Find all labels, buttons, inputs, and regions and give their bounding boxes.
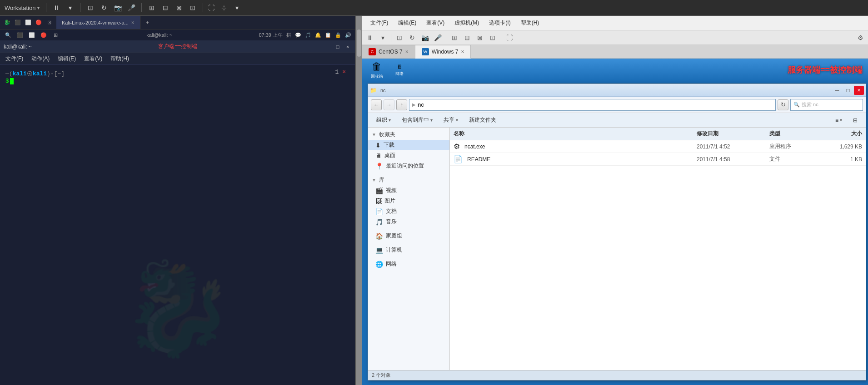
kali-icon-4[interactable]: 🔴 [34,18,43,27]
refresh-btn[interactable]: ↻ [778,99,788,110]
terminal-cursor [10,78,14,84]
menu-help[interactable]: 帮助(H) [107,54,133,64]
toolbar-dropdown-btn[interactable]: ▾ [64,1,76,14]
search-box[interactable]: 🔍 搜索 nc [790,99,863,111]
nav-favorites-header[interactable]: ▼ 收藏夹 [368,129,449,140]
nav-item-network[interactable]: 🌐 网络 [368,259,449,269]
kali-icon-5[interactable]: ⊡ [45,18,54,27]
col-name[interactable]: 名称 [450,130,693,138]
nav-item-recent[interactable]: 📍 最近访问的位置 [368,161,449,171]
table-row[interactable]: ⚙ ncat.exe 2011/7/1 4:52 应用程序 1,629 KB [450,140,866,153]
preview-pane-btn[interactable]: ⊟ [848,116,862,125]
view-toggle-btn[interactable]: ≡ ▾ [831,116,847,125]
fullscreen-button[interactable]: ⛶ [205,1,218,14]
vmware-view-normal[interactable]: ⊞ [449,32,460,44]
nav-item-music[interactable]: 🎵 音乐 [368,217,449,227]
vmware-fit-btn[interactable]: ⊡ [394,32,405,44]
menu-action[interactable]: 动作(A) [28,54,53,64]
close-button[interactable]: × [344,43,351,50]
nav-back-btn[interactable]: ← [371,99,382,110]
unity-dropdown-button[interactable]: ▾ [230,1,243,14]
kali-icon-1[interactable]: 🐉 [3,18,12,27]
vmware-menu-edit[interactable]: 编辑(E) [394,17,421,29]
kali-tab-close[interactable]: × [131,20,135,26]
workstation-menu[interactable]: Workstation ▾ [0,5,44,11]
explorer-close[interactable]: × [854,86,864,95]
table-row[interactable]: 📄 README 2011/7/1 4:58 文件 1 KB [450,153,866,166]
vmware-menu-vm[interactable]: 虚拟机(M) [450,17,484,29]
tab-centos7[interactable]: C CentOS 7 × [362,45,415,58]
vmware-cycle-btn[interactable]: ↻ [406,32,418,44]
vmware-screenshot-btn[interactable]: 📷 [419,32,431,44]
vmware-menu-file[interactable]: 文件(F) [366,17,393,29]
nav-up-btn[interactable]: ↑ [396,99,407,110]
vmware-view-tab[interactable]: ⊟ [461,32,473,44]
organize-btn[interactable]: 组织 ▾ [372,115,395,125]
nav-item-download[interactable]: ⬇ 下载 [368,140,449,150]
vmware-fullscreen[interactable]: ⛶ [504,32,515,44]
vmware-view-full[interactable]: ⊠ [474,32,486,44]
explorer-minimize[interactable]: ─ [832,86,842,95]
view-normal-button[interactable]: ⊞ [145,1,158,14]
share-btn[interactable]: 共享 ▾ [439,115,463,125]
kali-icon-3[interactable]: ⬜ [24,18,33,27]
status-icon-5[interactable]: ⊞ [51,30,60,39]
minimize-button[interactable]: − [324,43,331,50]
scrollbar-thumb[interactable] [357,30,361,57]
win7-trash-icon[interactable]: 🗑 回收站 [368,61,386,79]
kali-icon-2[interactable]: ⬛ [13,18,22,27]
cycle-button[interactable]: ↻ [98,1,110,14]
explorer-title: nc [379,88,386,93]
vmware-menu-tabs[interactable]: 选项卡(I) [484,17,515,29]
tab-close-btn[interactable]: × [342,69,346,75]
vmware-view-split[interactable]: ⊡ [487,32,499,44]
win7-tab-close[interactable]: × [461,49,464,55]
nav-item-desktop[interactable]: 🖥 桌面 [368,150,449,161]
screenshot-button[interactable]: 📷 [111,1,124,14]
status-icon-4[interactable]: 🔴 [39,30,48,39]
kali-terminal-titlebar: kali@kali: ~ 客户端==控制端 − □ × [0,40,355,53]
view-full-button[interactable]: ⊠ [173,1,185,14]
nav-forward-btn[interactable]: → [384,99,394,110]
nav-item-video[interactable]: 🎬 视频 [368,185,449,196]
vmware-menu-help[interactable]: 帮助(H) [516,17,544,29]
col-date[interactable]: 修改日期 [693,130,766,138]
status-icon-3[interactable]: ⬜ [27,30,36,39]
vmware-toolbar-dropdown[interactable]: ▾ [377,32,389,44]
win7-network-icon[interactable]: 🖥 网络 [390,61,409,79]
menu-file[interactable]: 文件(F) [2,54,27,64]
kali-add-tab[interactable]: ＋ [143,18,152,27]
maximize-button[interactable]: □ [334,43,341,50]
unity-button[interactable]: ⊹ [218,1,230,14]
nav-item-computer[interactable]: 💻 计算机 [368,245,449,255]
nav-item-homegroup[interactable]: 🏠 家庭组 [368,231,449,241]
pause-button[interactable]: ⏸ [50,1,63,14]
centos-tab-close[interactable]: × [405,49,409,55]
view-tabs-button[interactable]: ⊟ [159,1,172,14]
view-split-button[interactable]: ⊡ [186,1,199,14]
menu-view[interactable]: 查看(V) [80,54,106,64]
nav-item-document[interactable]: 📄 文档 [368,206,449,217]
download-icon: ⬇ [375,142,381,149]
col-type[interactable]: 类型 [766,130,820,138]
nav-item-picture[interactable]: 🖼 图片 [368,196,449,206]
tab-windows7[interactable]: W Windows 7 × [415,45,471,59]
vmware-pause-btn[interactable]: ⏸ [364,32,376,44]
mic-button[interactable]: 🎤 [125,1,138,14]
menu-edit[interactable]: 编辑(E) [54,54,80,64]
explorer-maximize[interactable]: □ [843,86,853,95]
kali-terminal-content[interactable]: 🐉 ─(kali㉿kali)-[~] $ 1 × [0,65,355,385]
status-icon-2[interactable]: ⬛ [15,30,25,39]
panel-scrollbar[interactable] [356,16,362,385]
kali-main-tab[interactable]: Kali-Linux-2020.4-vmware-a... × [56,16,140,29]
col-size[interactable]: 大小 [820,130,866,138]
status-icon-1[interactable]: 🔍 [4,30,13,39]
vmware-menu-view[interactable]: 查看(V) [422,17,449,29]
new-folder-btn[interactable]: 新建文件夹 [464,115,501,125]
vmware-mic-btn[interactable]: 🎤 [432,32,444,44]
nav-library-header[interactable]: ▼ 库 [368,175,449,185]
fit-window-button[interactable]: ⊡ [84,1,97,14]
address-path-box[interactable]: ▶ nc [409,99,776,111]
include-library-btn[interactable]: 包含到库中 ▾ [397,115,437,125]
vmware-settings-btn[interactable]: ⚙ [854,32,866,44]
